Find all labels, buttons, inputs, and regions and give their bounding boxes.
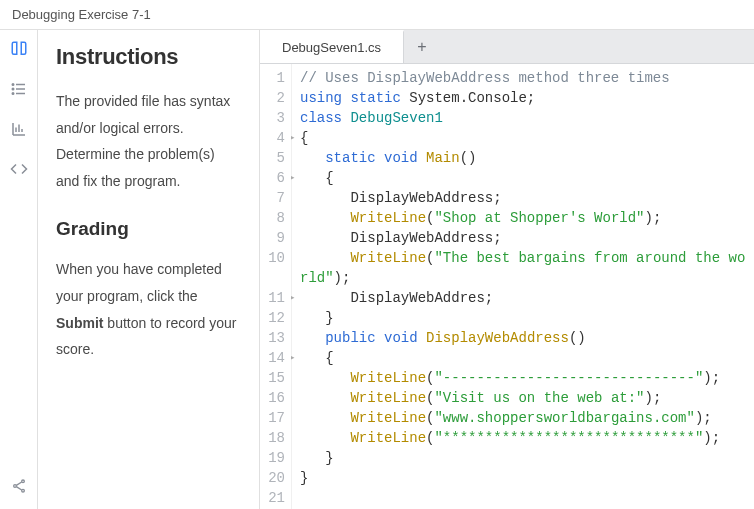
code-token: "Visit us on the web at:"	[434, 390, 644, 406]
fold-caret-icon[interactable]: ▸	[290, 128, 300, 148]
line-number: 6	[260, 168, 285, 188]
code-token: Main	[426, 150, 460, 166]
code-token: );	[334, 270, 351, 286]
code-line[interactable]: }	[300, 468, 746, 488]
code-token: DisplayWebAddres;	[350, 290, 493, 306]
code-line[interactable]: }	[300, 448, 746, 468]
svg-point-12	[13, 485, 16, 488]
code-token: ()	[569, 330, 586, 346]
main-layout: Instructions The provided file has synta…	[0, 30, 754, 509]
tabbar: DebugSeven1.cs +	[260, 30, 754, 64]
code-token	[401, 90, 409, 106]
code-token	[300, 150, 325, 166]
code-token: static	[325, 150, 375, 166]
grading-body-pre: When you have completed your program, cl…	[56, 261, 222, 304]
code-token: WriteLine	[350, 370, 426, 386]
line-number: 2	[260, 88, 285, 108]
line-number: 18	[260, 428, 285, 448]
chart-icon[interactable]	[10, 120, 28, 138]
line-number: 15	[260, 368, 285, 388]
code-line[interactable]: WriteLine("www.shoppersworldbargains.com…	[300, 408, 746, 428]
code-line[interactable]: ▸ {	[300, 168, 746, 188]
code-line[interactable]: ▸ {	[300, 348, 746, 368]
code-line[interactable]: ▸{	[300, 128, 746, 148]
svg-line-15	[16, 487, 21, 490]
fold-caret-icon[interactable]: ▸	[290, 348, 300, 368]
code-token	[418, 330, 426, 346]
new-tab-button[interactable]: +	[404, 30, 440, 63]
code-editor[interactable]: 123456789101112131415161718192021 // Use…	[260, 64, 754, 509]
code-line[interactable]: WriteLine("Visit us on the web at:");	[300, 388, 746, 408]
code-token: "Shop at Shopper's World"	[434, 210, 644, 226]
list-icon[interactable]	[10, 80, 28, 98]
code-token: {	[300, 130, 308, 146]
code-line[interactable]: }	[300, 308, 746, 328]
line-number: 21	[260, 488, 285, 508]
code-token	[300, 230, 350, 246]
code-token: WriteLine	[350, 210, 426, 226]
svg-point-3	[12, 84, 14, 86]
svg-point-4	[12, 88, 14, 90]
code-token	[300, 250, 350, 266]
code-token: DisplayWebAddress	[426, 330, 569, 346]
code-token: }	[300, 450, 334, 466]
code-line[interactable]: ▸ DisplayWebAddres;	[300, 288, 746, 308]
line-number: 8	[260, 208, 285, 228]
code-token: WriteLine	[350, 390, 426, 406]
code-token	[376, 330, 384, 346]
code-token: {	[300, 350, 334, 366]
code-token: DisplayWebAddress;	[350, 230, 501, 246]
code-token: System.Console;	[409, 90, 535, 106]
fold-caret-icon[interactable]: ▸	[290, 168, 300, 188]
line-number-gutter: 123456789101112131415161718192021	[260, 64, 292, 509]
share-icon[interactable]	[10, 477, 28, 495]
code-token: "------------------------------"	[434, 370, 703, 386]
editor-area: DebugSeven1.cs + 12345678910111213141516…	[260, 30, 754, 509]
line-number: 11	[260, 288, 285, 308]
code-line[interactable]: public void DisplayWebAddress()	[300, 328, 746, 348]
svg-point-5	[12, 93, 14, 95]
plus-icon: +	[417, 38, 426, 56]
code-token: {	[300, 170, 334, 186]
code-icon[interactable]	[10, 160, 28, 178]
code-line[interactable]: // Uses DisplayWebAddress method three t…	[300, 68, 746, 88]
code-token: );	[703, 370, 720, 386]
code-line[interactable]	[300, 488, 746, 508]
code-line[interactable]: WriteLine("Shop at Shopper's World");	[300, 208, 746, 228]
code-token: );	[645, 210, 662, 226]
code-token: DisplayWebAddress;	[350, 190, 501, 206]
line-number: 4	[260, 128, 285, 148]
code-token	[376, 150, 384, 166]
tab-label: DebugSeven1.cs	[282, 40, 381, 55]
tab-active-file[interactable]: DebugSeven1.cs	[260, 30, 404, 63]
code-token: "www.shoppersworldbargains.com"	[434, 410, 694, 426]
fold-caret-icon[interactable]: ▸	[290, 288, 300, 308]
code-token: ()	[460, 150, 477, 166]
code-line[interactable]: WriteLine("-----------------------------…	[300, 368, 746, 388]
page-header: Debugging Exercise 7-1	[0, 0, 754, 30]
code-line[interactable]: class DebugSeven1	[300, 108, 746, 128]
line-number: 7	[260, 188, 285, 208]
line-number: 1	[260, 68, 285, 88]
code-line[interactable]: using static System.Console;	[300, 88, 746, 108]
grading-heading: Grading	[56, 218, 241, 240]
code-token: public	[325, 330, 375, 346]
code-line[interactable]: DisplayWebAddress;	[300, 228, 746, 248]
code-line[interactable]: static void Main()	[300, 148, 746, 168]
code-token: static	[350, 90, 400, 106]
line-number: 13	[260, 328, 285, 348]
code-line[interactable]: WriteLine("*****************************…	[300, 428, 746, 448]
code-line[interactable]: WriteLine("The best bargains from around…	[300, 248, 746, 288]
code-token: WriteLine	[350, 250, 426, 266]
code-token: "******************************"	[434, 430, 703, 446]
code-token	[300, 430, 350, 446]
code-token: DebugSeven1	[350, 110, 442, 126]
code-token: );	[645, 390, 662, 406]
code-token: void	[384, 150, 418, 166]
code-content[interactable]: // Uses DisplayWebAddress method three t…	[292, 64, 754, 509]
code-token	[418, 150, 426, 166]
book-icon[interactable]	[10, 40, 28, 58]
code-token: class	[300, 110, 342, 126]
code-token	[300, 390, 350, 406]
code-line[interactable]: DisplayWebAddress;	[300, 188, 746, 208]
